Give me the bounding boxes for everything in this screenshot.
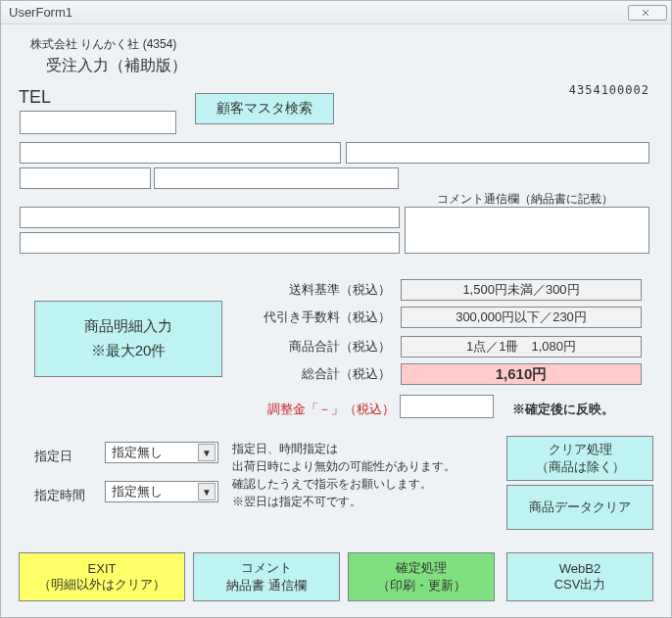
shipping-fee-value: 1,500円未満／300円 bbox=[401, 279, 642, 301]
customer-field-1a[interactable] bbox=[20, 142, 341, 164]
comment-l1: コメント bbox=[241, 559, 292, 577]
delivery-time-value: 指定無し bbox=[112, 483, 163, 500]
close-button[interactable] bbox=[628, 5, 667, 21]
customer-search-button[interactable]: 顧客マスタ検索 bbox=[195, 93, 334, 124]
customer-field-2a[interactable] bbox=[20, 167, 151, 189]
right-buttons: クリア処理 （商品は除く） 商品データクリア bbox=[506, 436, 653, 530]
item-detail-entry-l1: 商品明細入力 bbox=[84, 317, 172, 336]
clear-except-items-button[interactable]: クリア処理 （商品は除く） bbox=[506, 436, 653, 481]
note-line-3: 確認したうえで指示をお願いします。 bbox=[232, 475, 487, 493]
tel-input[interactable] bbox=[20, 111, 176, 134]
comment-l2: 納品書 通信欄 bbox=[226, 577, 307, 594]
notes-block: 指定日、時間指定は 出荷日時により無効の可能性があります。 確認したうえで指示を… bbox=[232, 440, 487, 510]
delivery-date-label: 指定日 bbox=[34, 448, 72, 465]
subtotal-label: 商品合計（税込） bbox=[264, 338, 391, 356]
bottom-buttons: EXIT （明細以外はクリア） コメント 納品書 通信欄 確定処理 （印刷・更新… bbox=[19, 552, 653, 601]
note-line-4: ※翌日は指定不可です。 bbox=[232, 493, 487, 510]
tel-label: TEL bbox=[19, 87, 51, 108]
comment-button[interactable]: コメント 納品書 通信欄 bbox=[193, 552, 340, 601]
item-detail-entry-l2: ※最大20件 bbox=[91, 342, 167, 360]
comment-section-label: コメント通信欄（納品書に記載） bbox=[437, 191, 613, 208]
csv-export-button[interactable]: WebB2 CSV出力 bbox=[506, 552, 653, 601]
clear-except-items-l1: クリア処理 bbox=[549, 441, 612, 458]
address-field-2[interactable] bbox=[20, 232, 400, 254]
total-value: 1,610円 bbox=[401, 363, 642, 385]
chevron-down-icon: ▼ bbox=[198, 483, 216, 500]
note-line-2: 出荷日時により無効の可能性があります。 bbox=[232, 457, 487, 475]
subtotal-value: 1点／1冊 1,080円 bbox=[401, 336, 642, 357]
cod-fee-label: 代引き手数料（税込） bbox=[264, 309, 391, 326]
delivery-time-select[interactable]: 指定無し ▼ bbox=[105, 481, 218, 502]
serial-number: 4354100002 bbox=[569, 83, 649, 97]
customer-search-label: 顧客マスタ検索 bbox=[216, 100, 312, 118]
clear-items-label: 商品データクリア bbox=[529, 499, 631, 516]
close-icon bbox=[641, 9, 654, 17]
total-label: 総合計（税込） bbox=[264, 365, 391, 383]
adjustment-label: 調整金「－」（税込） bbox=[267, 401, 395, 418]
confirm-button[interactable]: 確定処理 （印刷・更新） bbox=[348, 552, 495, 601]
delivery-date-select[interactable]: 指定無し ▼ bbox=[105, 442, 218, 463]
address-field-1[interactable] bbox=[20, 207, 400, 228]
confirm-l1: 確定処理 bbox=[396, 559, 447, 577]
app-window: UserForm1 株式会社 りんかく社 (4354) 受注入力（補助版） TE… bbox=[0, 0, 672, 618]
window-title: UserForm1 bbox=[9, 5, 72, 20]
company-label: 株式会社 りんかく社 (4354) bbox=[30, 36, 176, 53]
delivery-date-value: 指定無し bbox=[112, 444, 163, 461]
note-line-1: 指定日、時間指定は bbox=[232, 440, 487, 457]
clear-except-items-l2: （商品は除く） bbox=[536, 458, 625, 476]
content-area: 株式会社 りんかく社 (4354) 受注入力（補助版） TEL 43541000… bbox=[1, 24, 671, 617]
item-detail-entry-button[interactable]: 商品明細入力 ※最大20件 bbox=[34, 301, 222, 377]
page-title: 受注入力（補助版） bbox=[46, 56, 187, 76]
cod-fee-value: 300,000円以下／230円 bbox=[401, 307, 642, 328]
adjustment-note: ※確定後に反映。 bbox=[512, 401, 614, 418]
customer-field-1b[interactable] bbox=[346, 142, 649, 164]
clear-items-button[interactable]: 商品データクリア bbox=[506, 485, 653, 530]
exit-button[interactable]: EXIT （明細以外はクリア） bbox=[19, 552, 185, 601]
chevron-down-icon: ▼ bbox=[198, 444, 216, 461]
adjustment-input[interactable] bbox=[400, 395, 494, 418]
exit-l2: （明細以外はクリア） bbox=[38, 576, 166, 594]
confirm-l2: （印刷・更新） bbox=[377, 577, 466, 594]
shipping-fee-label: 送料基準（税込） bbox=[264, 281, 391, 299]
csv-l1: WebB2 bbox=[559, 561, 600, 576]
exit-l1: EXIT bbox=[88, 561, 117, 576]
comment-textarea[interactable] bbox=[405, 207, 649, 254]
titlebar: UserForm1 bbox=[1, 1, 671, 24]
csv-l2: CSV出力 bbox=[554, 576, 606, 594]
customer-field-2b[interactable] bbox=[154, 167, 399, 189]
delivery-time-label: 指定時間 bbox=[34, 487, 85, 504]
